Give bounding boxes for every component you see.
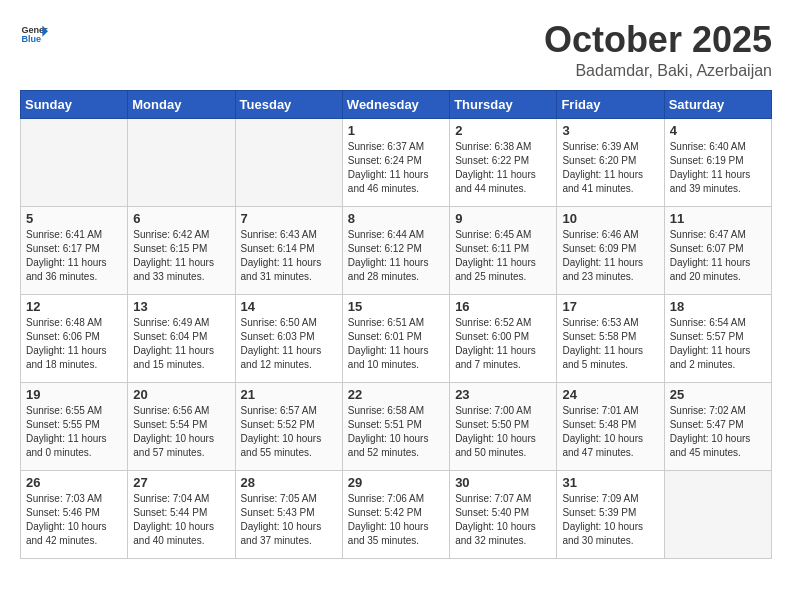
day-info: Sunrise: 6:49 AMSunset: 6:04 PMDaylight:… bbox=[133, 316, 229, 372]
calendar-week-1: 1Sunrise: 6:37 AMSunset: 6:24 PMDaylight… bbox=[21, 118, 772, 206]
col-tuesday: Tuesday bbox=[235, 90, 342, 118]
day-info: Sunrise: 6:44 AMSunset: 6:12 PMDaylight:… bbox=[348, 228, 444, 284]
day-info: Sunrise: 7:09 AMSunset: 5:39 PMDaylight:… bbox=[562, 492, 658, 548]
day-number: 20 bbox=[133, 387, 229, 402]
calendar-cell: 16Sunrise: 6:52 AMSunset: 6:00 PMDayligh… bbox=[450, 294, 557, 382]
calendar-cell: 21Sunrise: 6:57 AMSunset: 5:52 PMDayligh… bbox=[235, 382, 342, 470]
day-number: 30 bbox=[455, 475, 551, 490]
calendar-cell: 6Sunrise: 6:42 AMSunset: 6:15 PMDaylight… bbox=[128, 206, 235, 294]
day-info: Sunrise: 7:06 AMSunset: 5:42 PMDaylight:… bbox=[348, 492, 444, 548]
calendar-cell bbox=[128, 118, 235, 206]
day-number: 23 bbox=[455, 387, 551, 402]
col-sunday: Sunday bbox=[21, 90, 128, 118]
col-wednesday: Wednesday bbox=[342, 90, 449, 118]
day-number: 18 bbox=[670, 299, 766, 314]
day-info: Sunrise: 6:51 AMSunset: 6:01 PMDaylight:… bbox=[348, 316, 444, 372]
title-area: October 2025 Badamdar, Baki, Azerbaijan bbox=[544, 20, 772, 80]
day-number: 16 bbox=[455, 299, 551, 314]
calendar-cell: 12Sunrise: 6:48 AMSunset: 6:06 PMDayligh… bbox=[21, 294, 128, 382]
calendar-cell: 25Sunrise: 7:02 AMSunset: 5:47 PMDayligh… bbox=[664, 382, 771, 470]
day-number: 21 bbox=[241, 387, 337, 402]
day-number: 8 bbox=[348, 211, 444, 226]
logo-icon: General Blue bbox=[20, 20, 48, 48]
day-info: Sunrise: 6:57 AMSunset: 5:52 PMDaylight:… bbox=[241, 404, 337, 460]
day-info: Sunrise: 6:53 AMSunset: 5:58 PMDaylight:… bbox=[562, 316, 658, 372]
day-info: Sunrise: 7:07 AMSunset: 5:40 PMDaylight:… bbox=[455, 492, 551, 548]
day-info: Sunrise: 6:39 AMSunset: 6:20 PMDaylight:… bbox=[562, 140, 658, 196]
day-info: Sunrise: 7:03 AMSunset: 5:46 PMDaylight:… bbox=[26, 492, 122, 548]
calendar-cell: 23Sunrise: 7:00 AMSunset: 5:50 PMDayligh… bbox=[450, 382, 557, 470]
day-number: 24 bbox=[562, 387, 658, 402]
day-number: 9 bbox=[455, 211, 551, 226]
day-number: 5 bbox=[26, 211, 122, 226]
day-info: Sunrise: 6:42 AMSunset: 6:15 PMDaylight:… bbox=[133, 228, 229, 284]
calendar-cell: 18Sunrise: 6:54 AMSunset: 5:57 PMDayligh… bbox=[664, 294, 771, 382]
day-number: 29 bbox=[348, 475, 444, 490]
calendar-cell: 22Sunrise: 6:58 AMSunset: 5:51 PMDayligh… bbox=[342, 382, 449, 470]
calendar-week-2: 5Sunrise: 6:41 AMSunset: 6:17 PMDaylight… bbox=[21, 206, 772, 294]
logo: General Blue bbox=[20, 20, 48, 48]
calendar-cell: 26Sunrise: 7:03 AMSunset: 5:46 PMDayligh… bbox=[21, 470, 128, 558]
header-row: Sunday Monday Tuesday Wednesday Thursday… bbox=[21, 90, 772, 118]
day-info: Sunrise: 6:54 AMSunset: 5:57 PMDaylight:… bbox=[670, 316, 766, 372]
col-thursday: Thursday bbox=[450, 90, 557, 118]
day-info: Sunrise: 7:02 AMSunset: 5:47 PMDaylight:… bbox=[670, 404, 766, 460]
day-info: Sunrise: 6:43 AMSunset: 6:14 PMDaylight:… bbox=[241, 228, 337, 284]
calendar-cell: 17Sunrise: 6:53 AMSunset: 5:58 PMDayligh… bbox=[557, 294, 664, 382]
day-number: 31 bbox=[562, 475, 658, 490]
calendar-week-5: 26Sunrise: 7:03 AMSunset: 5:46 PMDayligh… bbox=[21, 470, 772, 558]
day-info: Sunrise: 6:52 AMSunset: 6:00 PMDaylight:… bbox=[455, 316, 551, 372]
calendar-cell: 8Sunrise: 6:44 AMSunset: 6:12 PMDaylight… bbox=[342, 206, 449, 294]
calendar-week-3: 12Sunrise: 6:48 AMSunset: 6:06 PMDayligh… bbox=[21, 294, 772, 382]
day-info: Sunrise: 6:38 AMSunset: 6:22 PMDaylight:… bbox=[455, 140, 551, 196]
calendar-cell: 7Sunrise: 6:43 AMSunset: 6:14 PMDaylight… bbox=[235, 206, 342, 294]
col-monday: Monday bbox=[128, 90, 235, 118]
day-number: 22 bbox=[348, 387, 444, 402]
calendar-cell: 20Sunrise: 6:56 AMSunset: 5:54 PMDayligh… bbox=[128, 382, 235, 470]
day-number: 4 bbox=[670, 123, 766, 138]
day-info: Sunrise: 6:56 AMSunset: 5:54 PMDaylight:… bbox=[133, 404, 229, 460]
day-number: 19 bbox=[26, 387, 122, 402]
calendar-week-4: 19Sunrise: 6:55 AMSunset: 5:55 PMDayligh… bbox=[21, 382, 772, 470]
header: General Blue October 2025 Badamdar, Baki… bbox=[20, 20, 772, 80]
calendar-cell: 13Sunrise: 6:49 AMSunset: 6:04 PMDayligh… bbox=[128, 294, 235, 382]
day-info: Sunrise: 7:05 AMSunset: 5:43 PMDaylight:… bbox=[241, 492, 337, 548]
calendar-cell: 10Sunrise: 6:46 AMSunset: 6:09 PMDayligh… bbox=[557, 206, 664, 294]
day-info: Sunrise: 6:46 AMSunset: 6:09 PMDaylight:… bbox=[562, 228, 658, 284]
calendar-cell bbox=[21, 118, 128, 206]
calendar-cell: 15Sunrise: 6:51 AMSunset: 6:01 PMDayligh… bbox=[342, 294, 449, 382]
day-number: 1 bbox=[348, 123, 444, 138]
day-info: Sunrise: 6:48 AMSunset: 6:06 PMDaylight:… bbox=[26, 316, 122, 372]
svg-text:Blue: Blue bbox=[21, 34, 41, 44]
day-number: 3 bbox=[562, 123, 658, 138]
day-number: 27 bbox=[133, 475, 229, 490]
day-info: Sunrise: 7:00 AMSunset: 5:50 PMDaylight:… bbox=[455, 404, 551, 460]
calendar-cell bbox=[235, 118, 342, 206]
day-number: 25 bbox=[670, 387, 766, 402]
calendar-cell: 27Sunrise: 7:04 AMSunset: 5:44 PMDayligh… bbox=[128, 470, 235, 558]
calendar-cell: 3Sunrise: 6:39 AMSunset: 6:20 PMDaylight… bbox=[557, 118, 664, 206]
calendar-subtitle: Badamdar, Baki, Azerbaijan bbox=[544, 62, 772, 80]
day-number: 10 bbox=[562, 211, 658, 226]
calendar-cell: 2Sunrise: 6:38 AMSunset: 6:22 PMDaylight… bbox=[450, 118, 557, 206]
day-number: 15 bbox=[348, 299, 444, 314]
calendar-cell: 29Sunrise: 7:06 AMSunset: 5:42 PMDayligh… bbox=[342, 470, 449, 558]
day-number: 17 bbox=[562, 299, 658, 314]
calendar-cell: 4Sunrise: 6:40 AMSunset: 6:19 PMDaylight… bbox=[664, 118, 771, 206]
calendar-table: Sunday Monday Tuesday Wednesday Thursday… bbox=[20, 90, 772, 559]
day-info: Sunrise: 6:47 AMSunset: 6:07 PMDaylight:… bbox=[670, 228, 766, 284]
calendar-cell: 30Sunrise: 7:07 AMSunset: 5:40 PMDayligh… bbox=[450, 470, 557, 558]
calendar-cell: 11Sunrise: 6:47 AMSunset: 6:07 PMDayligh… bbox=[664, 206, 771, 294]
day-number: 12 bbox=[26, 299, 122, 314]
calendar-cell: 1Sunrise: 6:37 AMSunset: 6:24 PMDaylight… bbox=[342, 118, 449, 206]
calendar-cell: 31Sunrise: 7:09 AMSunset: 5:39 PMDayligh… bbox=[557, 470, 664, 558]
day-number: 6 bbox=[133, 211, 229, 226]
day-info: Sunrise: 6:50 AMSunset: 6:03 PMDaylight:… bbox=[241, 316, 337, 372]
day-number: 11 bbox=[670, 211, 766, 226]
day-number: 26 bbox=[26, 475, 122, 490]
day-info: Sunrise: 6:37 AMSunset: 6:24 PMDaylight:… bbox=[348, 140, 444, 196]
day-info: Sunrise: 6:55 AMSunset: 5:55 PMDaylight:… bbox=[26, 404, 122, 460]
day-number: 2 bbox=[455, 123, 551, 138]
day-info: Sunrise: 7:04 AMSunset: 5:44 PMDaylight:… bbox=[133, 492, 229, 548]
day-number: 28 bbox=[241, 475, 337, 490]
